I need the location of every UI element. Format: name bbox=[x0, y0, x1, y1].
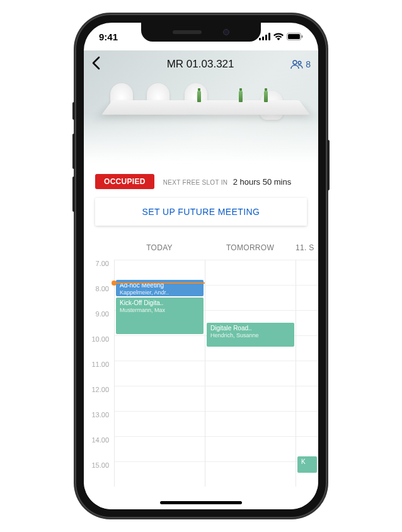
event-title: Digitale Road.. bbox=[210, 325, 290, 332]
status-indicators bbox=[259, 33, 303, 40]
hour-line bbox=[205, 436, 296, 461]
hour-line bbox=[205, 260, 296, 285]
current-time-indicator bbox=[115, 282, 205, 284]
hour-line bbox=[296, 411, 318, 436]
svg-rect-3 bbox=[268, 33, 270, 40]
people-icon bbox=[290, 59, 303, 69]
time-label: 12.00 bbox=[84, 386, 114, 411]
event-organizer: Kappelmeier, Andr.. bbox=[120, 289, 200, 296]
time-label: 13.00 bbox=[84, 411, 114, 436]
app-content: MR 01.03.321 8 OCCUPIED NEXT FREE SLOT I… bbox=[84, 23, 318, 509]
decorative-chair bbox=[147, 83, 169, 112]
phone-device-frame: 9:41 bbox=[75, 14, 327, 518]
svg-rect-5 bbox=[288, 34, 300, 39]
day-column-today[interactable]: Ad-hoc MeetingKappelmeier, Andr..Kick-Of… bbox=[114, 260, 205, 487]
current-time-dot-icon bbox=[112, 280, 117, 286]
hour-line bbox=[296, 386, 318, 411]
hour-line bbox=[115, 335, 205, 361]
cellular-signal-icon bbox=[259, 33, 270, 40]
status-section: OCCUPIED NEXT FREE SLOT IN 2 hours 50 mi… bbox=[84, 164, 318, 233]
next-slot-value: 2 hours 50 mins bbox=[233, 177, 292, 187]
svg-rect-6 bbox=[302, 35, 303, 38]
time-label: 15.00 bbox=[84, 461, 114, 487]
calendar-event[interactable]: K bbox=[297, 456, 317, 473]
time-label: 14.00 bbox=[84, 436, 114, 461]
wifi-icon bbox=[273, 33, 284, 40]
status-row: OCCUPIED NEXT FREE SLOT IN 2 hours 50 mi… bbox=[95, 174, 307, 189]
event-title: Kick-Off Digita.. bbox=[120, 299, 200, 307]
next-slot-label: NEXT FREE SLOT IN bbox=[163, 179, 228, 186]
phone-notch bbox=[141, 23, 261, 42]
setup-future-meeting-button[interactable]: SET UP FUTURE MEETING bbox=[95, 198, 307, 226]
hour-line bbox=[115, 411, 205, 436]
decorative-chair bbox=[185, 83, 207, 112]
hour-line bbox=[205, 285, 296, 310]
hour-line bbox=[296, 285, 318, 310]
decorative-table bbox=[101, 100, 310, 115]
hour-line bbox=[296, 310, 318, 335]
time-label: 7.00 bbox=[84, 260, 114, 285]
day-header-tomorrow[interactable]: TOMORROW bbox=[205, 243, 296, 252]
time-label: 10.00 bbox=[84, 335, 114, 361]
calendar-event[interactable]: Digitale Road..Hendrich, Susanne bbox=[207, 323, 294, 347]
svg-rect-2 bbox=[265, 35, 267, 40]
hour-line bbox=[205, 461, 296, 487]
svg-point-7 bbox=[293, 61, 297, 64]
decorative-chair bbox=[110, 83, 133, 112]
decorative-chair bbox=[260, 91, 283, 120]
event-organizer: Hendrich, Susanne bbox=[210, 332, 290, 339]
header-bar: MR 01.03.321 8 bbox=[84, 50, 318, 78]
status-time: 9:41 bbox=[99, 32, 118, 42]
hour-line bbox=[296, 361, 318, 386]
day-column-next[interactable]: K bbox=[296, 260, 318, 487]
day-column-tomorrow[interactable]: Digitale Road..Hendrich, Susanne bbox=[205, 260, 296, 487]
phone-mute-switch bbox=[72, 102, 75, 120]
phone-volume-up bbox=[72, 134, 75, 169]
phone-speaker bbox=[173, 30, 202, 34]
calendar-grid: 7.008.009.0010.0011.0012.0013.0014.0015.… bbox=[84, 260, 318, 487]
hour-line bbox=[296, 260, 318, 285]
phone-power-button bbox=[327, 140, 330, 190]
hour-line bbox=[296, 335, 318, 361]
svg-rect-0 bbox=[259, 38, 261, 40]
svg-rect-1 bbox=[262, 37, 264, 40]
day-header-today[interactable]: TODAY bbox=[114, 243, 205, 252]
hour-line bbox=[115, 386, 205, 411]
hour-line bbox=[115, 436, 205, 461]
time-label: 9.00 bbox=[84, 310, 114, 335]
decorative-bottle bbox=[197, 91, 201, 102]
time-label: 11.00 bbox=[84, 361, 114, 386]
decorative-bottle bbox=[239, 91, 243, 102]
hour-line bbox=[205, 411, 296, 436]
back-button[interactable] bbox=[91, 54, 110, 74]
hour-line bbox=[205, 386, 296, 411]
battery-icon bbox=[287, 33, 303, 40]
phone-volume-down bbox=[72, 176, 75, 212]
occupied-badge: OCCUPIED bbox=[95, 174, 154, 189]
home-indicator[interactable] bbox=[160, 501, 242, 504]
decorative-bottle bbox=[264, 91, 268, 102]
day-header-next[interactable]: 11. S bbox=[296, 243, 318, 252]
attendees-count: 8 bbox=[306, 59, 311, 69]
phone-screen: 9:41 bbox=[84, 23, 318, 509]
time-column: 7.008.009.0010.0011.0012.0013.0014.0015.… bbox=[84, 260, 114, 487]
event-title: K bbox=[301, 458, 313, 466]
calendar-event[interactable]: Kick-Off Digita..Mustermann, Max bbox=[116, 298, 204, 334]
event-organizer: Mustermann, Max bbox=[120, 307, 200, 314]
time-label: 8.00 bbox=[84, 285, 114, 310]
svg-point-8 bbox=[298, 61, 301, 64]
room-hero-image: MR 01.03.321 8 bbox=[84, 50, 318, 164]
attendees-button[interactable]: 8 bbox=[290, 59, 311, 69]
next-slot: NEXT FREE SLOT IN 2 hours 50 mins bbox=[163, 176, 292, 187]
hour-line bbox=[115, 361, 205, 386]
hour-line bbox=[205, 361, 296, 386]
hour-line bbox=[115, 461, 205, 487]
phone-camera bbox=[223, 29, 229, 35]
calendar-day-headers: TODAY TOMORROW 11. S bbox=[84, 238, 318, 260]
room-title: MR 01.03.321 bbox=[167, 58, 234, 71]
calendar[interactable]: TODAY TOMORROW 11. S 7.008.009.0010.0011… bbox=[84, 233, 318, 509]
